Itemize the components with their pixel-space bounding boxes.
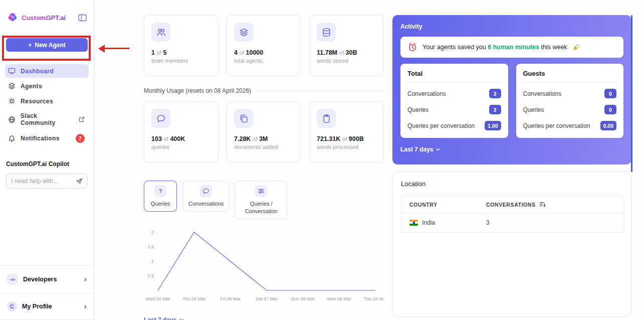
- svg-text:Tue 10 Mar: Tue 10 Mar: [364, 296, 383, 301]
- stat-value: 721.31K: [317, 135, 340, 142]
- new-agent-button[interactable]: + New Agent: [6, 38, 88, 52]
- activity-row-label: Queries: [523, 106, 544, 113]
- svg-text:1.5: 1.5: [147, 244, 154, 249]
- activity-row: Conversations 0: [523, 89, 617, 98]
- location-table: COUNTRY CONVERSATIONS India 3: [401, 196, 623, 233]
- database-icon: [317, 23, 336, 42]
- svg-text:Mon 09 Mar: Mon 09 Mar: [327, 296, 351, 301]
- stat-value: 11.78M: [317, 49, 337, 56]
- scrollbar-thumb[interactable]: [631, 15, 632, 172]
- nav-label: Notifications: [21, 135, 60, 142]
- stat-total: 3M: [259, 135, 268, 142]
- stat-value-line: 103 of 400K: [151, 135, 210, 142]
- stat-caption: total agents: [234, 58, 293, 64]
- stat-of: of: [156, 50, 161, 56]
- queries-chart-wrap: 0.511.52Wed 04 MarThu 05 MarFri 06 MarSa…: [144, 227, 383, 303]
- external-link-icon: [79, 116, 85, 122]
- profile-label: My Profile: [22, 303, 52, 310]
- banner-highlight: 6 human minutes: [488, 44, 539, 51]
- question-icon: ?: [154, 185, 166, 197]
- team-members-icon: [151, 23, 170, 42]
- sidebar-nav: Dashboard Agents Resources Slack Communi…: [0, 63, 94, 147]
- stats-column: 1 of 5 team members 4 of 10000 total age…: [144, 15, 383, 320]
- tab-label: Conversations: [188, 200, 224, 208]
- conversations-value: 3: [486, 219, 490, 226]
- activity-total-card: Total Conversations 3 Queries 3 Queries …: [400, 64, 508, 138]
- country-header-label: COUNTRY: [409, 202, 438, 208]
- tab-label: Queries / Conversation: [241, 200, 282, 215]
- stat-value-line: 11.78M of 30B: [317, 49, 376, 56]
- code-icon: </>: [7, 274, 18, 285]
- stat-of: of: [339, 50, 344, 56]
- tab-conversations[interactable]: Conversations: [183, 181, 229, 212]
- sort-icon[interactable]: [539, 201, 546, 208]
- avatar: C: [7, 301, 17, 311]
- stat-of: of: [253, 136, 258, 142]
- activity-row-label: Conversations: [523, 90, 562, 97]
- brain-logo-icon: [7, 12, 18, 23]
- chart-tabs: ? Queries Conversations Queries / Conver…: [144, 181, 383, 219]
- table-row[interactable]: India 3: [401, 213, 622, 232]
- usage-cards-row: 103 of 400K queries 7.28K of 3M document…: [144, 101, 383, 163]
- india-flag-icon: [409, 220, 418, 226]
- svg-text:0.5: 0.5: [147, 273, 154, 278]
- activity-banner: Your agents saved you 6 human minutes th…: [400, 37, 623, 58]
- nav-label: Dashboard: [21, 68, 54, 75]
- logo-text: CustomGPT.ai: [22, 14, 66, 22]
- banner-suffix: this week: [541, 44, 567, 51]
- send-icon[interactable]: [76, 178, 83, 185]
- copilot-section: CustomGPT.ai Copilot: [6, 161, 88, 189]
- activity-row-label: Conversations: [407, 90, 446, 97]
- country-header-cell: COUNTRY: [401, 202, 486, 208]
- new-agent-label: New Agent: [35, 42, 66, 49]
- sidebar-spacer: [0, 189, 94, 265]
- activity-title: Activity: [400, 23, 623, 30]
- clipboard-icon: [317, 109, 336, 128]
- chevron-down-icon: [436, 147, 441, 151]
- sidebar-toggle-icon[interactable]: [78, 14, 87, 22]
- tab-label: Queries: [151, 200, 170, 208]
- nav-label: Agents: [21, 83, 42, 90]
- sidebar-item-agents[interactable]: Agents: [5, 79, 89, 93]
- stat-total: 10000: [246, 49, 264, 56]
- sidebar-item-slack-community[interactable]: Slack Community: [5, 109, 89, 129]
- sidebar-item-dashboard[interactable]: Dashboard: [5, 64, 89, 78]
- main-content: 1 of 5 team members 4 of 10000 total age…: [94, 0, 644, 320]
- activity-row-value: 3: [489, 89, 501, 98]
- overview-cards-row: 1 of 5 team members 4 of 10000 total age…: [144, 15, 383, 76]
- alarm-clock-icon: [407, 42, 417, 52]
- location-panel: Location COUNTRY CONVERSATIONS India: [392, 172, 631, 317]
- chevron-down-icon: [179, 318, 184, 320]
- country-name: India: [422, 219, 435, 226]
- sidebar-item-resources[interactable]: Resources: [5, 94, 89, 108]
- my-profile-row[interactable]: C My Profile ›: [0, 293, 94, 320]
- monthly-usage-label: Monthly Usage (resets on 08 April 2026): [144, 87, 251, 94]
- chat-bubble-icon: [151, 109, 170, 128]
- stat-value: 4: [234, 49, 238, 56]
- bell-icon: [8, 135, 16, 142]
- divider-line: [257, 91, 383, 91]
- developers-row[interactable]: </> Developers ›: [0, 265, 94, 293]
- country-cell: India: [401, 219, 486, 226]
- stat-total: 900B: [349, 135, 364, 142]
- copilot-input-box: [6, 174, 88, 189]
- conversations-header-label: CONVERSATIONS: [486, 202, 536, 208]
- words-stored-card: 11.78M of 30B words stored: [309, 15, 383, 76]
- svg-text:Sat 07 Mar: Sat 07 Mar: [256, 296, 278, 301]
- stat-value: 1: [151, 49, 155, 56]
- svg-text:1: 1: [151, 259, 154, 264]
- stat-caption: words processed: [317, 144, 376, 150]
- tab-queries[interactable]: ? Queries: [144, 181, 177, 212]
- svg-text:Thu 05 Mar: Thu 05 Mar: [182, 296, 205, 301]
- tab-queries-per-conversation[interactable]: Queries / Conversation: [235, 181, 287, 219]
- activity-card-title: Total: [407, 70, 501, 82]
- sidebar-item-notifications[interactable]: Notifications 7: [5, 131, 89, 146]
- activity-card-title: Guests: [523, 70, 617, 82]
- chart-range-dropdown[interactable]: Last 7 days: [144, 316, 383, 320]
- layers-icon: [8, 82, 16, 90]
- copilot-input[interactable]: [11, 178, 76, 185]
- activity-row: Queries per conversation 1.00: [407, 121, 501, 130]
- svg-text:2: 2: [151, 230, 154, 235]
- activity-column: Activity Your agents saved you 6 human m…: [392, 15, 631, 317]
- activity-range-dropdown[interactable]: Last 7 days: [400, 146, 441, 153]
